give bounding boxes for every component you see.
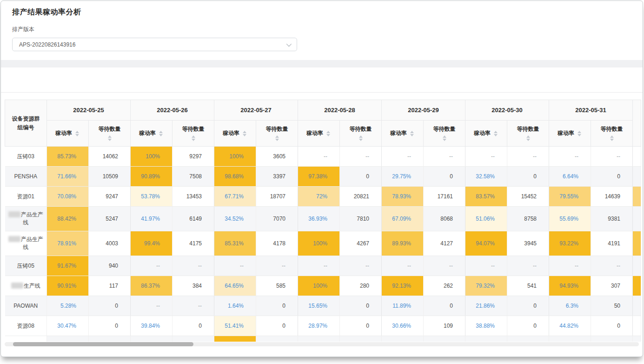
caret-down-icon (410, 134, 414, 136)
rate-cell: 78.91% (47, 231, 89, 256)
row-label: 生产线 (5, 276, 47, 296)
wait-cell: 109 (424, 316, 465, 336)
rate-cell: 51.41% (214, 316, 256, 336)
rate-header-content: 稼动率 (298, 129, 339, 137)
rate-cell: 15.65% (298, 296, 340, 316)
caret-up-icon (326, 131, 330, 133)
sort-control[interactable] (442, 135, 447, 142)
rate-cell: 93.22% (549, 231, 591, 256)
caret-up-icon (359, 135, 363, 138)
sort-control[interactable] (158, 130, 164, 137)
next-column-sliver-header (633, 100, 641, 147)
caret-down-icon (578, 134, 581, 136)
wait-cell: 0 (507, 167, 549, 187)
caret-down-icon (75, 134, 79, 136)
caret-up-icon (410, 131, 414, 133)
table-row: 压铸0591.67%940------------------------ (5, 256, 641, 276)
wait-cell: 3945 (507, 231, 549, 256)
table-row: PENSHA71.66%1050990.89%750898.68%339797.… (5, 167, 641, 187)
sort-control[interactable] (609, 135, 615, 142)
wait-column-header: 等待数量 (256, 121, 298, 147)
rate-cell: -- (382, 256, 424, 276)
rate-cell: -- (298, 256, 340, 276)
wait-cell: 4191 (591, 231, 633, 256)
wait-cell: -- (507, 256, 549, 276)
wait-header-label: 等待数量 (350, 125, 372, 133)
wait-header-content: 等待数量 (591, 125, 632, 142)
rate-cell: 72% (298, 187, 340, 207)
sort-control[interactable] (242, 130, 247, 137)
wait-header-label: 等待数量 (182, 125, 205, 133)
caret-down-icon (359, 139, 363, 141)
next-column-sliver-cell (633, 167, 641, 187)
wait-cell: 4003 (89, 231, 131, 256)
sort-control[interactable] (577, 130, 582, 137)
table-row: 产品生产线78.91%400399.4%417585.31%4178100%42… (5, 231, 641, 256)
redaction-blur (8, 211, 20, 217)
wait-cell: 280 (340, 276, 382, 296)
rate-header-label: 稼动率 (558, 129, 574, 137)
redaction-blur (8, 236, 20, 242)
rate-cell: 70.08% (47, 187, 89, 207)
partial-cell (256, 336, 298, 342)
wait-cell: -- (591, 256, 633, 276)
rate-cell: -- (298, 147, 340, 167)
table-row: 资源0830.47%039.84%051.41%028.97%030.66%10… (5, 316, 641, 336)
wait-column-header: 等待数量 (424, 121, 465, 147)
caret-down-icon (526, 139, 530, 141)
rate-cell: 30.66% (382, 316, 424, 336)
rate-cell: 100% (298, 276, 340, 296)
wait-cell: 9297 (173, 147, 214, 167)
filter-section: 排产版本 APS-20220826143916 (1, 22, 643, 51)
rate-cell: 85.31% (214, 231, 256, 256)
sort-control[interactable] (274, 135, 280, 142)
sort-control[interactable] (191, 135, 196, 142)
partial-cell (507, 336, 549, 342)
date-column-header: 2022-05-29 (382, 100, 465, 121)
wait-cell: 307 (591, 276, 633, 296)
rate-column-header: 稼动率 (465, 121, 507, 147)
rate-header-content: 稼动率 (382, 129, 423, 137)
wait-cell: -- (591, 147, 633, 167)
next-column-sliver-cell (633, 187, 641, 207)
wait-cell: 940 (89, 256, 131, 276)
caret-down-icon (610, 139, 614, 141)
caret-down-icon (192, 139, 195, 141)
rate-column-header: 稼动率 (549, 121, 591, 147)
scrollbar-thumb[interactable] (13, 342, 193, 346)
page-title: 排产结果稼动率分析 (12, 7, 631, 17)
next-column-sliver-cell (633, 231, 641, 256)
wait-cell: -- (424, 147, 465, 167)
rate-cell: -- (465, 147, 507, 167)
rate-cell: 29.75% (382, 167, 424, 187)
sort-control[interactable] (409, 130, 415, 137)
row-label: 压铸03 (5, 147, 47, 167)
wait-column-header: 等待数量 (89, 121, 131, 147)
rate-cell: -- (465, 256, 507, 276)
wait-cell: 0 (256, 296, 298, 316)
wait-cell: 0 (89, 316, 131, 336)
wait-cell: 4127 (424, 231, 465, 256)
sort-control[interactable] (107, 135, 113, 142)
rate-cell: 100% (214, 147, 256, 167)
sort-control[interactable] (493, 130, 498, 137)
wait-cell: 6149 (173, 207, 214, 231)
sort-control[interactable] (74, 130, 80, 137)
rate-header-label: 稼动率 (55, 129, 72, 137)
partial-cell (424, 336, 465, 342)
rate-cell: 92.13% (382, 276, 424, 296)
sort-control[interactable] (358, 135, 364, 142)
rate-column-header: 稼动率 (47, 121, 89, 147)
horizontal-scrollbar[interactable] (5, 342, 639, 346)
rate-cell: 64.65% (214, 276, 256, 296)
caret-down-icon (159, 134, 163, 136)
caret-up-icon (578, 131, 581, 133)
wait-cell: 8068 (424, 207, 465, 231)
version-select[interactable]: APS-20220826143916 (12, 38, 297, 51)
rate-header-content: 稼动率 (465, 129, 507, 137)
next-column-sliver-cell (633, 147, 641, 167)
wait-cell: -- (173, 256, 214, 276)
sort-control[interactable] (525, 135, 531, 142)
rate-header-label: 稼动率 (139, 129, 156, 137)
sort-control[interactable] (325, 130, 331, 137)
